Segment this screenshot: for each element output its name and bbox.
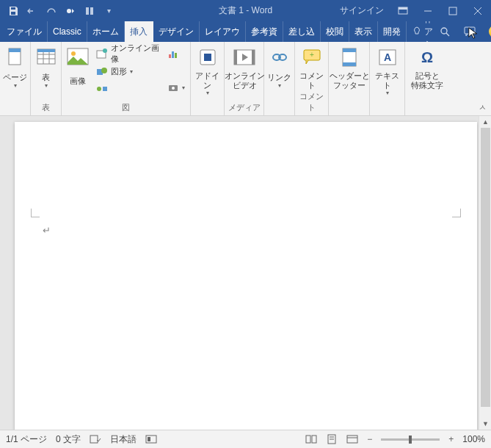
comment-button[interactable]: + コメント [298,44,325,90]
lightbulb-icon [412,26,421,37]
svg-point-32 [172,87,175,90]
tab-mailings[interactable]: 差し込 [283,21,321,42]
pictures-label: 画像 [70,76,86,86]
document-page[interactable]: ↵ [15,122,477,430]
svg-text:A: A [383,51,390,63]
pages-button[interactable]: ページ▾ [3,44,27,90]
title-bar: ▾ 文書 1 - Word サインイン [0,0,491,21]
chart-button[interactable] [165,46,187,62]
svg-point-25 [101,68,107,73]
svg-rect-56 [347,436,357,443]
svg-rect-34 [204,54,211,61]
vertical-scrollbar[interactable]: ▲ ▼ [479,116,491,430]
comments-icon[interactable] [464,26,476,37]
group-symbols: Ω 記号と 特殊文字 [405,42,449,115]
text-button[interactable]: A テキスト▾ [373,44,401,96]
group-illustrations: 画像 オンライン画像 図形 ▾ ▾ [62,42,191,115]
svg-rect-51 [306,436,310,443]
group-comments: + コメント コメント [295,42,329,115]
ribbon-display-icon[interactable] [397,5,409,17]
svg-rect-43 [343,48,356,52]
tell-me-search[interactable]: 操作アシス [407,21,439,42]
svg-rect-0 [11,7,15,10]
qat-item-icon[interactable] [65,5,76,17]
tab-view[interactable]: 表示 [349,21,378,42]
qat-item2-icon[interactable] [84,5,95,17]
addins-button[interactable]: アドイン▾ [194,44,221,96]
spellcheck-icon[interactable] [90,433,101,445]
picture-icon [66,46,90,69]
links-button[interactable]: リンク▾ [267,44,291,90]
margin-corner-tr [452,209,461,217]
svg-rect-4 [90,7,93,15]
links-label: リンク [267,73,291,82]
group-tables: 表▾ 表 [31,42,62,115]
zoom-level[interactable]: 100% [462,434,485,444]
scroll-thumb[interactable] [481,128,490,407]
svg-text:+: + [310,51,314,59]
tab-developer[interactable]: 開発 [378,21,407,42]
redo-icon[interactable] [46,5,57,17]
svg-rect-30 [175,53,177,58]
svg-rect-52 [312,436,316,443]
tab-design[interactable]: デザイン [153,21,200,42]
group-addins: アドイン▾ [191,42,225,115]
pictures-button[interactable]: 画像 [65,44,91,90]
scroll-down-icon[interactable]: ▼ [479,418,491,430]
shapes-button[interactable]: 図形 ▾ [94,63,162,79]
svg-rect-29 [172,51,174,58]
qat-customize-icon[interactable]: ▾ [103,5,114,17]
zoom-slider[interactable] [381,438,440,441]
tab-classic[interactable]: Classic [48,21,87,42]
table-icon [34,46,58,69]
tab-home[interactable]: ホーム [87,21,125,42]
read-mode-icon[interactable] [305,433,317,445]
tab-references[interactable]: 参考資 [246,21,283,42]
zoom-in-button[interactable]: + [448,434,454,444]
scroll-up-icon[interactable]: ▲ [479,116,491,128]
tab-insert[interactable]: 挿入 [125,21,153,42]
quick-access-toolbar: ▾ [0,5,114,17]
tab-file[interactable]: ファイル [1,21,48,42]
symbols-button[interactable]: Ω 記号と 特殊文字 [408,44,446,90]
language[interactable]: 日本語 [110,433,137,446]
svg-rect-13 [9,48,21,52]
page-count[interactable]: 1/1 ページ [6,433,47,446]
svg-point-2 [67,9,71,13]
screenshot-button[interactable]: ▾ [165,79,187,95]
svg-rect-37 [252,50,255,65]
comment-label: コメント [298,71,325,90]
tab-layout[interactable]: レイアウ [200,21,246,42]
textbox-icon: A [376,46,399,69]
header-footer-button[interactable]: ヘッダーと フッター [332,44,367,90]
close-icon[interactable] [472,5,484,17]
undo-icon[interactable] [26,5,38,17]
save-icon[interactable] [7,5,19,17]
group-links: リンク▾ [264,42,295,115]
shapes-label: 図形 [111,66,127,77]
signin-link[interactable]: サインイン [340,4,384,17]
table-button[interactable]: 表▾ [34,44,58,90]
header-footer-icon [338,46,361,69]
online-pictures-button[interactable]: オンライン画像 [94,46,162,62]
web-layout-icon[interactable] [346,433,358,445]
word-count[interactable]: 0 文字 [56,433,81,446]
svg-text:Ω: Ω [421,49,433,65]
print-layout-icon[interactable] [326,433,338,445]
search-icon[interactable] [439,26,451,37]
svg-line-10 [446,33,449,36]
tab-review[interactable]: 校閲 [321,21,349,42]
smartart-icon [96,83,108,95]
collapse-ribbon-icon[interactable]: ㅅ [479,102,487,113]
svg-rect-36 [234,50,237,65]
page-icon [4,46,27,69]
smartart-button[interactable] [94,81,162,97]
minimize-icon[interactable] [422,5,434,17]
symbols-label: 記号と 特殊文字 [411,71,443,90]
macro-icon[interactable] [145,433,157,445]
online-video-button[interactable]: オンライン ビデオ [228,44,261,90]
zoom-out-button[interactable]: − [367,434,372,444]
illustrations-group-label: 図 [65,102,187,115]
screenshot-icon [167,82,179,93]
maximize-icon[interactable] [447,5,459,17]
